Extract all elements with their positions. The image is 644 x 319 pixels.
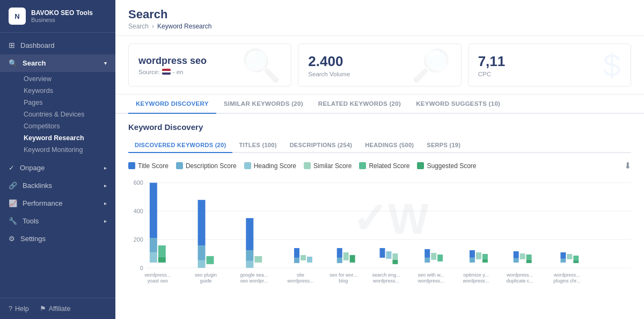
sub-nav-keywords[interactable]: Keywords bbox=[24, 85, 115, 97]
sidebar-item-label: Dashboard bbox=[20, 41, 55, 49]
tab-keyword-discovery[interactable]: KEYWORD DISCOVERY bbox=[128, 95, 216, 114]
breadcrumb: Search › Keyword Research bbox=[128, 23, 631, 30]
legend-related-score: Related Score bbox=[359, 162, 409, 170]
main-content: Search Search › Keyword Research wordpre… bbox=[115, 0, 644, 319]
svg-rect-25 bbox=[337, 248, 342, 258]
svg-rect-44 bbox=[470, 258, 475, 263]
cpc-label: CPC bbox=[478, 71, 621, 77]
legend-description-score: Description Score bbox=[176, 162, 237, 170]
chevron-right-icon: ▸ bbox=[104, 200, 107, 206]
section-title: Keyword Discovery bbox=[128, 122, 631, 132]
legend-color-related bbox=[359, 162, 366, 169]
svg-rect-14 bbox=[246, 250, 253, 261]
sub-nav-pages[interactable]: Pages bbox=[24, 97, 115, 108]
bar-group-1: wordpress... yoast seo bbox=[144, 183, 171, 283]
svg-text:wordpress...: wordpress... bbox=[372, 278, 399, 284]
sub-nav-competitors[interactable]: Competitors bbox=[24, 120, 115, 132]
sub-nav-overview[interactable]: Overview bbox=[24, 73, 115, 85]
main-header: Search Search › Keyword Research bbox=[115, 0, 644, 36]
legend-color-suggested bbox=[417, 162, 424, 169]
sidebar-nav: ⊞ Dashboard 🔍 Search ▾ Overview Keywords… bbox=[0, 33, 115, 298]
sidebar-logo: N BAVOKO SEO Tools Business bbox=[0, 0, 115, 33]
svg-rect-46 bbox=[482, 254, 488, 259]
sub-nav-countries-devices[interactable]: Countries & Devices bbox=[24, 108, 115, 120]
sub-tab-descriptions[interactable]: DESCRIPTIONS (254) bbox=[283, 138, 359, 153]
bar-group-8: optimize y... wordpress... bbox=[462, 250, 489, 284]
magnify-bg-icon: 🔎 bbox=[411, 46, 451, 84]
svg-text:wordpress...: wordpress... bbox=[144, 272, 171, 278]
y-label-400: 400 bbox=[134, 208, 143, 214]
svg-rect-1 bbox=[150, 238, 157, 252]
sidebar-item-onpage[interactable]: ✓ Onpage ▸ bbox=[0, 159, 115, 177]
help-link[interactable]: ? Help bbox=[9, 305, 29, 313]
breadcrumb-current: Keyword Research bbox=[157, 23, 211, 30]
sidebar: N BAVOKO SEO Tools Business ⊞ Dashboard … bbox=[0, 0, 115, 319]
bar-group-5: seo for wor... blog bbox=[330, 248, 357, 284]
svg-text:seo for wor...: seo for wor... bbox=[330, 272, 357, 278]
y-label-0: 0 bbox=[140, 265, 143, 271]
search-bg-icon: 🔍 bbox=[241, 46, 281, 84]
svg-rect-28 bbox=[350, 255, 355, 263]
backlinks-icon: 🔗 bbox=[9, 182, 17, 190]
chevron-right-icon: ▸ bbox=[104, 218, 107, 224]
breadcrumb-search[interactable]: Search bbox=[128, 23, 149, 30]
sidebar-item-label: Performance bbox=[23, 199, 62, 207]
sidebar-item-dashboard[interactable]: ⊞ Dashboard bbox=[0, 36, 115, 54]
svg-rect-34 bbox=[392, 260, 398, 264]
sub-tab-titles[interactable]: TITLES (100) bbox=[232, 138, 283, 153]
sidebar-item-label: Tools bbox=[23, 217, 39, 225]
dollar-bg-icon: $ bbox=[603, 47, 621, 84]
svg-text:wordpress...: wordpress... bbox=[287, 278, 314, 284]
sidebar-item-tools[interactable]: 🔧 Tools ▸ bbox=[0, 212, 115, 230]
sub-tab-headings[interactable]: HEADINGS (500) bbox=[358, 138, 420, 153]
sidebar-footer: ? Help ⚑ Affiliate bbox=[0, 298, 115, 319]
svg-rect-10 bbox=[207, 256, 214, 264]
svg-rect-13 bbox=[246, 218, 253, 250]
svg-rect-19 bbox=[294, 248, 299, 258]
svg-rect-54 bbox=[526, 260, 532, 263]
svg-rect-31 bbox=[380, 248, 385, 258]
svg-rect-61 bbox=[573, 260, 579, 263]
sidebar-item-search[interactable]: 🔍 Search ▾ bbox=[0, 54, 115, 72]
svg-rect-59 bbox=[567, 254, 572, 259]
sidebar-item-backlinks[interactable]: 🔗 Backlinks ▸ bbox=[0, 177, 115, 194]
bar-group-3: google sea... seo wordpr... bbox=[240, 218, 268, 284]
legend-color-heading bbox=[244, 162, 251, 169]
svg-text:search eng...: search eng... bbox=[372, 272, 400, 278]
svg-rect-0 bbox=[150, 183, 157, 238]
svg-text:plugins chr...: plugins chr... bbox=[553, 278, 580, 284]
svg-text:wordpress...: wordpress... bbox=[506, 272, 533, 278]
stat-card-keyword: wordpress seo Source: - en 🔍 bbox=[128, 44, 291, 86]
svg-rect-47 bbox=[482, 259, 488, 263]
svg-rect-26 bbox=[337, 258, 342, 263]
bar-group-6: search eng... wordpress... bbox=[372, 248, 400, 284]
bar-group-4: site wordpress... bbox=[287, 248, 314, 284]
sidebar-item-label: Onpage bbox=[20, 164, 45, 172]
svg-text:site: site bbox=[297, 272, 304, 278]
chevron-right-icon: ▸ bbox=[104, 165, 107, 171]
download-button[interactable]: ⬇ bbox=[624, 161, 631, 171]
stats-row: wordpress seo Source: - en 🔍 2.400 Searc… bbox=[115, 36, 644, 95]
sidebar-item-performance[interactable]: 📈 Performance ▸ bbox=[0, 194, 115, 212]
breadcrumb-separator: › bbox=[152, 23, 154, 30]
tab-keyword-suggests[interactable]: KEYWORD SUGGESTS (10) bbox=[408, 95, 508, 114]
affiliate-link[interactable]: ⚑ Affiliate bbox=[40, 305, 71, 313]
sub-nav-keyword-monitoring[interactable]: Keyword Monitoring bbox=[24, 144, 115, 156]
legend-suggested-score: Suggested Score bbox=[417, 162, 476, 170]
sub-nav-keyword-research[interactable]: Keyword Research bbox=[24, 132, 115, 144]
bar-chart: 600 400 200 0 ✓W bbox=[128, 177, 631, 295]
svg-rect-39 bbox=[431, 253, 436, 260]
bar-group-2: seo plugin guide bbox=[195, 200, 217, 284]
stat-card-volume: 2.400 Search Volume 🔎 bbox=[298, 44, 461, 86]
tab-similar-keywords[interactable]: SIMILAR KEYWORDS (20) bbox=[216, 95, 311, 114]
bar-group-9: wordpress... duplicate c... bbox=[506, 251, 533, 284]
sub-tab-serps[interactable]: SERPS (19) bbox=[420, 138, 467, 153]
main-tabs: KEYWORD DISCOVERY SIMILAR KEYWORDS (20) … bbox=[115, 95, 644, 114]
help-icon: ? bbox=[9, 305, 12, 313]
dashboard-icon: ⊞ bbox=[9, 41, 15, 49]
sub-tab-discovered[interactable]: DISCOVERED KEYWORDS (20) bbox=[128, 138, 232, 153]
legend-color-similar bbox=[304, 162, 311, 169]
tab-related-keywords[interactable]: RELATED KEYWORDS (20) bbox=[311, 95, 408, 114]
sidebar-item-settings[interactable]: ⚙ Settings bbox=[0, 230, 115, 248]
settings-icon: ⚙ bbox=[9, 235, 15, 243]
